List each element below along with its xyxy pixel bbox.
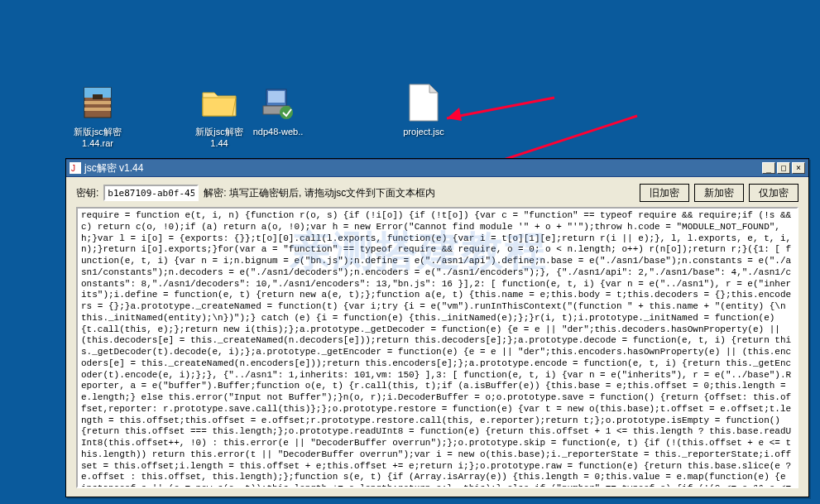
key-label: 密钥: — [76, 186, 98, 200]
desktop-icon-file[interactable]: project.jsc — [391, 83, 457, 137]
svg-text:J: J — [71, 164, 75, 173]
icon-label: 新版jsc解密 1.44 — [186, 126, 252, 150]
code-area-wrap — [76, 207, 798, 488]
code-textarea[interactable] — [76, 207, 798, 488]
app-icon: J — [70, 162, 81, 174]
folder-icon — [199, 83, 239, 122]
icon-label: ndp48-web.. — [253, 126, 304, 137]
titlebar[interactable]: J jsc解密 v1.44 _ □ × — [66, 159, 808, 177]
icon-label: 新版jsc解密 1.44.rar — [65, 126, 131, 150]
minimize-button[interactable]: _ — [762, 162, 775, 174]
desktop-icon-rar[interactable]: 新版jsc解密 1.44.rar — [65, 83, 131, 150]
svg-rect-4 — [84, 108, 111, 111]
desktop-icon-exe[interactable]: ndp48-web.. — [245, 83, 311, 137]
svg-rect-2 — [93, 94, 103, 99]
rar-icon — [78, 83, 117, 122]
svg-rect-6 — [268, 91, 285, 103]
close-button[interactable]: × — [792, 162, 805, 174]
only-encrypt-button[interactable]: 仅加密 — [749, 184, 798, 202]
maximize-button[interactable]: □ — [777, 162, 790, 174]
old-encrypt-button[interactable]: 旧加密 — [640, 184, 689, 202]
controls-row: 密钥: 解密: 填写正确密钥后, 请拖动jsc文件到下面文本框内 旧加密 新加密… — [66, 177, 808, 207]
svg-line-9 — [447, 98, 554, 118]
hint-text: 解密: 填写正确密钥后, 请拖动jsc文件到下面文本框内 — [204, 186, 435, 200]
svg-rect-3 — [84, 101, 111, 104]
svg-point-8 — [280, 106, 293, 119]
desktop-icon-folder[interactable]: 新版jsc解密 1.44 — [186, 83, 252, 150]
file-icon — [404, 83, 444, 122]
new-encrypt-button[interactable]: 新加密 — [694, 184, 744, 202]
key-input[interactable] — [103, 185, 199, 201]
main-window: J jsc解密 v1.44 _ □ × 密钥: 解密: 填写正确密钥后, 请拖动… — [65, 158, 809, 497]
icon-label: project.jsc — [403, 126, 444, 137]
installer-icon — [258, 83, 298, 122]
window-controls: _ □ × — [762, 162, 805, 174]
window-title: jsc解密 v1.44 — [84, 161, 762, 175]
